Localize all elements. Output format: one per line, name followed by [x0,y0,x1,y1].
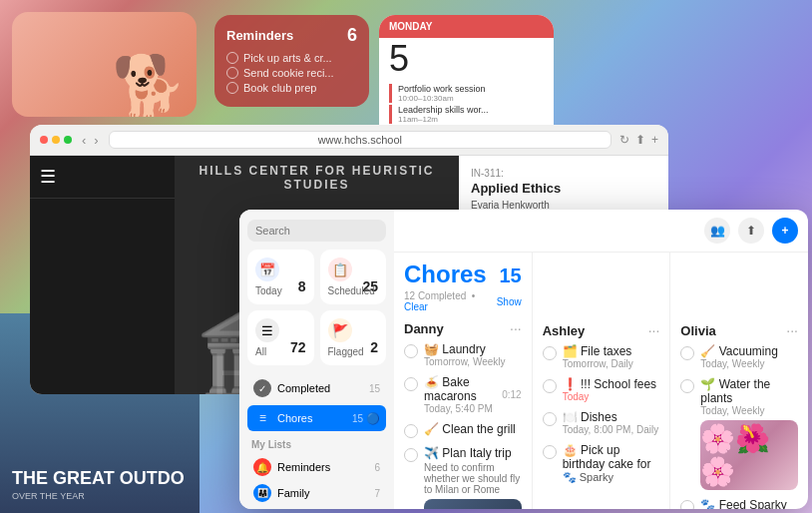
task-circle[interactable] [404,377,418,391]
task-body: 🐾 Feed Sparky Today, 5:00 PM, Daily [700,498,798,509]
task-emoji: 🧹 [700,344,715,358]
completed-icon: ✓ [253,379,271,397]
task-circle[interactable] [543,346,557,360]
task-emoji: 🐾 [700,498,715,509]
calendar-day-number: 5 [379,38,554,80]
all-icon: ☰ [255,318,279,342]
reminders-widget-count: 6 [347,25,357,46]
reminder-text-1: Pick up arts & cr... [243,52,332,64]
task-circle[interactable] [404,424,418,438]
task-time: 0:12 [502,389,521,400]
share-toolbar-icon[interactable]: ⬆ [738,218,764,244]
flagged-smart-list[interactable]: 🚩 Flagged 2 [320,310,387,365]
all-smart-list[interactable]: ☰ All 72 [247,310,314,365]
task-birthday-name: 🎂 Pick up birthday cake for [563,443,660,471]
danny-col-header: Danny ··· [404,320,522,336]
completed-list-item[interactable]: ✓ Completed 15 [247,375,386,401]
task-circle[interactable] [543,379,557,393]
course-name: Applied Ethics [471,181,656,196]
dog-card [12,12,197,117]
task-circle[interactable] [680,500,694,509]
task-laundry: 🧺 Laundry Tomorrow, Weekly [404,342,522,367]
task-emoji: 🧺 [424,342,439,356]
task-body: 🧹 Clean the grill [424,422,522,436]
url-bar[interactable]: www.hchs.school [109,131,611,149]
task-italy-note: Need to confirm whether we should fly to… [424,462,522,495]
chores-list-item[interactable]: ☰ Chores 15 🔵 [247,405,386,431]
task-laundry-name: 🧺 Laundry [424,342,522,356]
reminder-item-1: Pick up arts & cr... [226,52,357,64]
completed-label: Completed [277,382,330,394]
scheduled-smart-list[interactable]: 📋 Scheduled 25 [320,250,387,304]
chores-emoji: 🔵 [366,412,380,425]
smart-lists-group: 📅 Today 8 📋 Scheduled 25 ☰ All 72 🚩 Flag… [247,250,386,365]
search-input[interactable] [247,220,386,242]
task-circle[interactable] [543,412,557,426]
reminder-circle [226,67,238,79]
task-circle[interactable] [680,346,694,360]
maximize-dot[interactable] [64,136,72,144]
task-circle[interactable] [404,448,418,462]
task-body: 🧹 Vacuuming Today, Weekly [700,344,798,369]
close-dot[interactable] [40,136,48,144]
olivia-more-icon[interactable]: ··· [786,322,798,338]
ashley-column: Ashley ··· 🗂️ File taxes Tomorrow, Daily [533,253,671,509]
course-code: IN-311: [471,168,656,179]
task-italy-image: 🌉 [424,499,522,509]
reminders-list-count: 6 [374,462,380,473]
task-emoji: 🗂️ [563,344,578,358]
reminders-widget: Reminders 6 Pick up arts & cr... Send co… [214,15,369,107]
reminder-circle [226,82,238,94]
task-circle[interactable] [680,379,694,393]
task-water-name: 🌱 Water the plants [700,377,798,405]
danny-more-icon[interactable]: ··· [510,320,522,336]
task-taxes: 🗂️ File taxes Tomorrow, Daily [543,344,660,369]
outdoors-title: THE GREAT OUTDO [12,469,188,489]
task-taxes-name: 🗂️ File taxes [563,344,660,358]
scheduled-label: Scheduled [328,285,379,296]
group-icon[interactable]: 👥 [704,218,730,244]
task-emoji: ✈️ [424,446,439,460]
task-laundry-meta: Tomorrow, Weekly [424,356,522,367]
browser-nav: ‹ › [80,133,101,148]
school-sidebar-header: ☰ [30,156,175,199]
chores-icon: ☰ [253,409,271,427]
browser-bar: ‹ › www.hchs.school ↻ ⬆ + [30,125,668,156]
completed-left: ✓ Completed [253,379,330,397]
cal-event-2: Leadership skills wor... 11am–12m [389,105,544,124]
work-list-item[interactable]: ⭐ Work 5 [247,506,386,509]
today-smart-list[interactable]: 📅 Today 8 [247,250,314,304]
reminder-item-3: Book club prep [226,82,357,94]
task-emoji: 🍝 [424,375,439,389]
minimize-dot[interactable] [52,136,60,144]
back-button[interactable]: ‹ [80,133,88,148]
task-body: 🧺 Laundry Tomorrow, Weekly [424,342,522,367]
task-body: 🍽️ Dishes Today, 8:00 PM, Daily [563,410,660,435]
add-toolbar-icon[interactable]: + [772,218,798,244]
reminders-app: 📅 Today 8 📋 Scheduled 25 ☰ All 72 🚩 Flag… [239,210,808,509]
reminders-list-item[interactable]: 🔔 Reminders 6 [247,454,386,480]
task-circle[interactable] [543,445,557,459]
forward-button[interactable]: › [92,133,100,148]
task-circle[interactable] [404,344,418,358]
add-tab-icon[interactable]: + [651,133,658,147]
ashley-col-header: Ashley ··· [543,322,660,338]
family-list-item[interactable]: 👨‍👩‍👧 Family 7 [247,480,386,506]
task-dishes: 🍽️ Dishes Today, 8:00 PM, Daily [543,410,660,435]
task-grill: 🧹 Clean the grill [404,422,522,438]
reminders-sidebar: 📅 Today 8 📋 Scheduled 25 ☰ All 72 🚩 Flag… [239,210,394,509]
chores-show[interactable]: Show [497,296,522,307]
danny-name: Danny [404,321,444,336]
share-icon[interactable]: ⬆ [635,133,645,147]
ashley-more-icon[interactable]: ··· [648,322,660,338]
ashley-name: Ashley [543,323,586,338]
chores-clear-link[interactable]: Clear [404,301,428,312]
chores-sidebar-label: Chores [277,412,312,424]
task-macarons-name: 🍝 Bake macarons 0:12 [424,375,522,403]
chores-content: Chores 15 12 Completed • Clear Show Dann… [394,253,808,509]
reminders-main: 👥 ⬆ + Chores 15 12 Completed • Clear [394,210,808,509]
scheduled-icon: 📋 [328,257,352,281]
task-body: ❗ !!! School fees Today [563,377,660,402]
task-body: 🍝 Bake macarons 0:12 Today, 5:40 PM [424,375,522,414]
reload-icon[interactable]: ↻ [619,133,629,147]
